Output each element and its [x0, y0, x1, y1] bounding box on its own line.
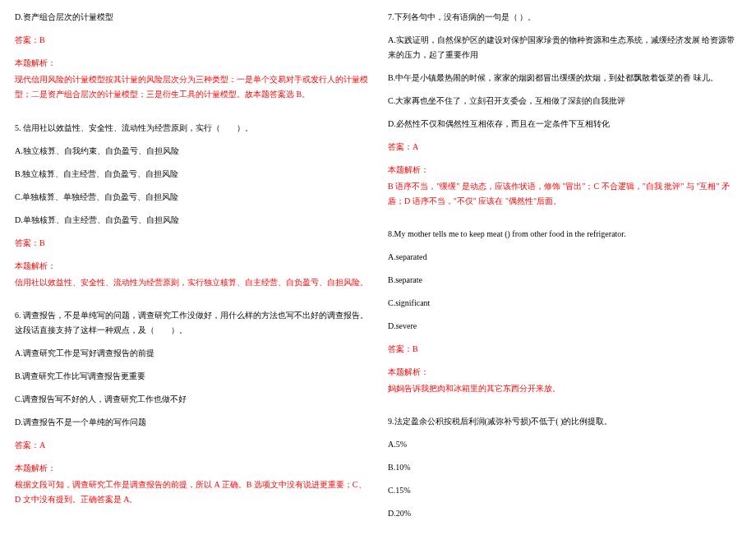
- q5-option-a: A.独立核算、自我约束、自负盈亏、自担风险: [15, 144, 368, 159]
- q6-option-a: A.调查研究工作是写好调查报告的前提: [15, 346, 368, 361]
- q6-stem: 6. 调查报告，不是单纯写的问题，调查研究工作没做好，用什么样的方法也写不出好的…: [15, 308, 368, 338]
- q7-stem: 7.下列各句中，没有语病的一句是（ ）。: [388, 10, 741, 25]
- q5-exp-title: 本题解析：: [15, 259, 368, 274]
- left-column: D.资产组合层次的计量模型 答案：B 本题解析： 现代信用风险的计量模型按其计量…: [15, 10, 368, 525]
- q5-option-b: B.独立核算、自主经营、自负盈亏、自担风险: [15, 167, 368, 182]
- q7-option-c: C.大家再也坐不住了，立刻召开支委会，互相做了深刻的自我批评: [388, 94, 741, 108]
- q4-option-d: D.资产组合层次的计量模型: [15, 10, 368, 25]
- q5-exp-body: 信用社以效益性、安全性、流动性为经营原则，实行独立核算、自主经营、自负盈亏、自担…: [15, 275, 368, 290]
- q6: 6. 调查报告，不是单纯写的问题，调查研究工作没做好，用什么样的方法也写不出好的…: [15, 308, 368, 510]
- q5-stem: 5. 信用社以效益性、安全性、流动性为经营原则，实行（ ）。: [15, 121, 368, 136]
- q5-option-d: D.单独核算、自主经营、自负盈亏、自担风险: [15, 213, 368, 228]
- q9-option-c: C.15%: [388, 483, 741, 498]
- q6-answer: 答案：A: [15, 438, 368, 453]
- q8-option-c: C.significant: [388, 296, 741, 311]
- q4-exp-title: 本题解析：: [15, 56, 368, 71]
- q6-option-d: D.调查报告不是一个单纯的写作问题: [15, 415, 368, 430]
- q7: 7.下列各句中，没有语病的一句是（ ）。 A.实践证明，自然保护区的建设对保护国…: [388, 10, 741, 212]
- q8: 8.My mother tells me to keep meat () fro…: [388, 227, 741, 399]
- q7-answer: 答案：A: [388, 140, 741, 155]
- q8-stem: 8.My mother tells me to keep meat () fro…: [388, 227, 741, 242]
- q9-option-a: A.5%: [388, 437, 741, 452]
- q8-option-b: B.separate: [388, 273, 741, 288]
- q7-option-a: A.实践证明，自然保护区的建设对保护国家珍贵的物种资源和生态系统，减缓经济发展 …: [388, 33, 741, 62]
- q7-exp-body: B 语序不当，"缓缓" 是动态，应该作状语，修饰 "冒出"；C 不合逻辑，"自我…: [388, 179, 741, 209]
- q6-exp-title: 本题解析：: [15, 461, 368, 476]
- q7-option-b: B.中午是小镇最热闹的时候，家家的烟囱都冒出缓缓的炊烟，到处都飘散着饭菜的香 味…: [388, 71, 741, 85]
- q5: 5. 信用社以效益性、安全性、流动性为经营原则，实行（ ）。 A.独立核算、自我…: [15, 121, 368, 293]
- right-column: 7.下列各句中，没有语病的一句是（ ）。 A.实践证明，自然保护区的建设对保护国…: [388, 10, 741, 525]
- q8-option-a: A.separated: [388, 250, 741, 265]
- q4-answer: 答案：B: [15, 33, 368, 48]
- q7-exp-title: 本题解析：: [388, 163, 741, 178]
- q6-option-c: C.调查报告写不好的人，调查研究工作也做不好: [15, 392, 368, 407]
- q5-answer: 答案：B: [15, 236, 368, 251]
- q8-exp-title: 本题解析：: [388, 365, 741, 380]
- q7-option-d: D.必然性不仅和偶然性互相依存，而且在一定条件下互相转化: [388, 117, 741, 131]
- q8-option-d: D.severe: [388, 319, 741, 334]
- q9: 9.法定盈余公积按税后利润(减弥补亏损)不低于( )的比例提取。 A.5% B.…: [388, 414, 741, 524]
- q9-option-d: D.20%: [388, 506, 741, 521]
- q9-option-b: B.10%: [388, 460, 741, 475]
- q4-tail: D.资产组合层次的计量模型 答案：B 本题解析： 现代信用风险的计量模型按其计量…: [15, 10, 368, 105]
- q4-exp-body: 现代信用风险的计量模型按其计量的风险层次分为三种类型：一是单个交易对手或发行人的…: [15, 72, 368, 102]
- q8-answer: 答案：B: [388, 342, 741, 357]
- q9-stem: 9.法定盈余公积按税后利润(减弥补亏损)不低于( )的比例提取。: [388, 414, 741, 429]
- q6-option-b: B.调查研究工作比写调查报告更重要: [15, 369, 368, 384]
- q6-exp-body: 根据文段可知，调查研究工作是调查报告的前提，所以 A 正确。B 选项文中没有说进…: [15, 477, 368, 507]
- q8-exp-body: 妈妈告诉我把肉和冰箱里的其它东西分开来放。: [388, 381, 741, 396]
- q5-option-c: C.单独核算、单独经营、自负盈亏、自担风险: [15, 190, 368, 205]
